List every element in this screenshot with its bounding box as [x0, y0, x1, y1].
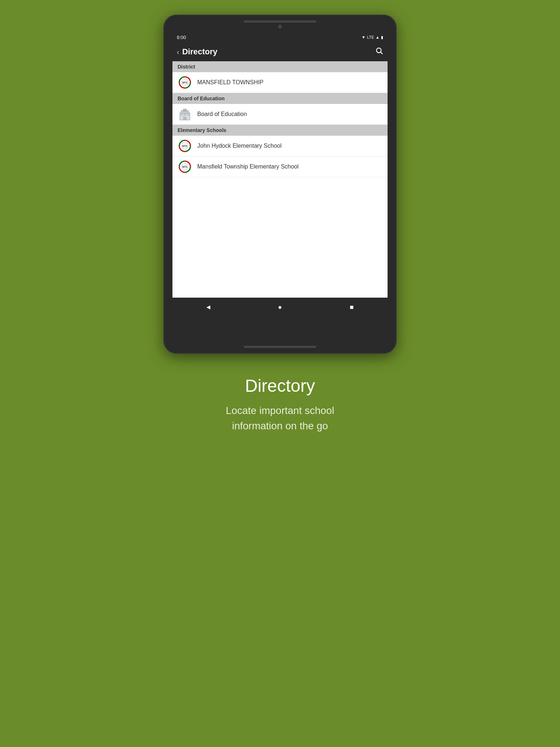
school-logo-icon: MTS — [178, 75, 192, 90]
tablet-screen: 8:00 ▼ LTE ▲ ▮ ‹ Directory — [172, 32, 388, 317]
page-background: 8:00 ▼ LTE ▲ ▮ ‹ Directory — [0, 0, 560, 747]
tablet-device: 8:00 ▼ LTE ▲ ▮ ‹ Directory — [163, 15, 397, 354]
status-icons: ▼ LTE ▲ ▮ — [362, 35, 383, 40]
svg-text:MTS: MTS — [182, 166, 188, 168]
footer-title: Directory — [245, 376, 315, 396]
section-elementary-label: Elementary Schools — [178, 127, 226, 133]
app-bar-title: Directory — [182, 47, 375, 57]
svg-rect-7 — [183, 109, 186, 111]
tablet-camera — [278, 25, 282, 28]
battery-icon: ▮ — [381, 35, 383, 40]
svg-rect-10 — [187, 114, 189, 116]
lte-label: LTE — [367, 35, 374, 39]
app-bar: ‹ Directory — [172, 42, 388, 61]
tablet-bottom-bar — [244, 346, 316, 348]
board-label: Board of Education — [197, 111, 247, 117]
section-district: District — [172, 61, 388, 72]
svg-text:MTS: MTS — [182, 81, 188, 84]
status-time: 8:00 — [177, 35, 186, 40]
list-item-board[interactable]: Board of Education — [172, 104, 388, 125]
footer-subtitle: Locate important schoolinformation on th… — [226, 403, 334, 434]
list-item-mansfield-township[interactable]: MTS MANSFIELD TOWNSHIP — [172, 72, 388, 93]
building-icon — [178, 107, 192, 121]
section-elementary: Elementary Schools — [172, 125, 388, 136]
svg-text:MTS: MTS — [182, 145, 188, 147]
bottom-nav-bar: ◄ ● ■ — [172, 298, 388, 317]
svg-rect-8 — [181, 114, 183, 116]
nav-recents-button[interactable]: ■ — [345, 300, 359, 314]
section-district-label: District — [178, 64, 195, 70]
nav-back-button[interactable]: ◄ — [201, 300, 215, 314]
svg-point-0 — [377, 48, 381, 53]
list-content: District MTS MANSFIE — [172, 61, 388, 298]
john-hydock-logo-icon: MTS — [178, 139, 192, 153]
section-board: Board of Education — [172, 93, 388, 104]
list-item-mansfield-elem[interactable]: MTS Mansfield Township Elementary School — [172, 156, 388, 177]
nav-home-button[interactable]: ● — [273, 300, 287, 314]
mansfield-elem-label: Mansfield Township Elementary School — [197, 163, 299, 170]
back-button[interactable]: ‹ — [177, 48, 179, 56]
svg-rect-11 — [183, 117, 186, 120]
section-board-label: Board of Education — [178, 96, 225, 101]
svg-line-1 — [381, 52, 382, 54]
tablet-bottom-area — [244, 346, 316, 348]
svg-rect-9 — [184, 114, 186, 116]
list-item-john-hydock[interactable]: MTS John Hydock Elementary School — [172, 136, 388, 156]
footer-area: Directory Locate important schoolinforma… — [226, 376, 334, 434]
signal-icon: ▲ — [376, 35, 380, 39]
status-bar: 8:00 ▼ LTE ▲ ▮ — [172, 32, 388, 42]
mansfield-township-label: MANSFIELD TOWNSHIP — [197, 79, 264, 86]
john-hydock-label: John Hydock Elementary School — [197, 143, 281, 149]
tablet-top-bar — [244, 20, 316, 23]
wifi-icon: ▼ — [362, 35, 366, 39]
search-button[interactable] — [375, 47, 383, 57]
mansfield-elem-logo-icon: MTS — [178, 159, 192, 174]
